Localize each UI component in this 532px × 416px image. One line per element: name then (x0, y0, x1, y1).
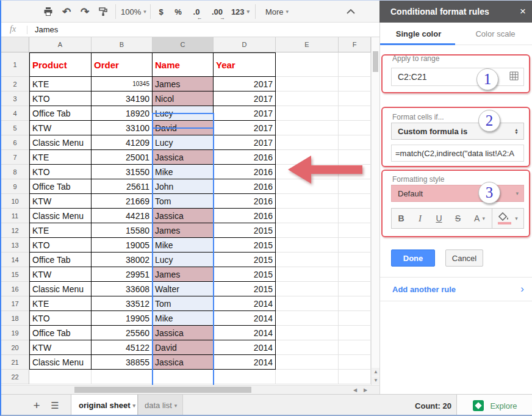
column-header-E[interactable]: E (276, 37, 339, 52)
vertical-scrollbar-thumb[interactable] (373, 51, 378, 72)
cell-F2[interactable] (339, 77, 371, 91)
cell-B21[interactable]: 38855 (92, 355, 153, 370)
cell-D11[interactable]: 2016 (214, 209, 276, 223)
cell-D3[interactable]: 2017 (214, 91, 276, 106)
cell-E8[interactable] (276, 165, 339, 179)
cell-F10[interactable] (339, 194, 371, 209)
cell-D19[interactable]: 2014 (214, 326, 276, 340)
cell-A10[interactable]: KTW (29, 194, 92, 209)
explore-button[interactable]: Explore (456, 395, 532, 416)
cell-F20[interactable] (339, 340, 371, 355)
cell-D10[interactable]: 2016 (214, 194, 276, 209)
done-button[interactable]: Done (391, 249, 435, 267)
cell-A22[interactable] (29, 370, 92, 384)
row-header-15[interactable]: 15 (1, 267, 29, 282)
scroll-left-button[interactable]: ◀ (350, 386, 360, 394)
cell-F12[interactable] (339, 223, 371, 238)
cell-D14[interactable]: 2015 (214, 253, 276, 267)
cell-E5[interactable] (276, 121, 339, 135)
row-header-14[interactable]: 14 (1, 253, 29, 267)
cell-F19[interactable] (339, 326, 371, 340)
cell-E3[interactable] (276, 91, 339, 106)
cell-D1[interactable]: Year (214, 52, 276, 77)
cell-D6[interactable]: 2017 (214, 135, 276, 150)
cell-D5[interactable]: 2017 (214, 121, 276, 135)
bold-button[interactable]: B (392, 209, 411, 228)
cell-B18[interactable]: 19905 (92, 311, 153, 326)
cell-B15[interactable]: 29951 (92, 267, 153, 282)
horizontal-scrollbar-thumb[interactable] (74, 387, 251, 393)
cell-C10[interactable]: Tom (153, 194, 214, 209)
print-button[interactable] (39, 1, 57, 23)
column-header-A[interactable]: A (29, 37, 92, 52)
cell-D16[interactable]: 2015 (214, 282, 276, 296)
cell-E22[interactable] (276, 370, 339, 384)
paint-format-button[interactable] (94, 1, 112, 23)
row-header-17[interactable]: 17 (1, 296, 29, 311)
cell-B8[interactable]: 31550 (92, 165, 153, 179)
cell-E12[interactable] (276, 223, 339, 238)
cell-A2[interactable]: KTE (29, 77, 92, 91)
cell-D2[interactable]: 2017 (214, 77, 276, 91)
cell-F15[interactable] (339, 267, 371, 282)
row-header-4[interactable]: 4 (1, 106, 29, 121)
cell-A1[interactable]: Product (29, 52, 92, 77)
cell-F11[interactable] (339, 209, 371, 223)
row-header-10[interactable]: 10 (1, 194, 29, 209)
scroll-down-button[interactable]: ▼ (372, 376, 380, 384)
cell-A16[interactable]: Classic Menu (29, 282, 92, 296)
cell-C18[interactable]: Mike (153, 311, 214, 326)
cell-E15[interactable] (276, 267, 339, 282)
cell-C19[interactable]: Jassica (153, 326, 214, 340)
cell-C13[interactable]: Mike (153, 238, 214, 253)
cell-A21[interactable]: Classic Menu (29, 355, 92, 370)
cell-A3[interactable]: KTO (29, 91, 92, 106)
add-another-rule-link[interactable]: Add another rule › (380, 277, 532, 301)
row-header-13[interactable]: 13 (1, 238, 29, 253)
cell-A9[interactable]: Office Tab (29, 179, 92, 194)
cell-F1[interactable] (339, 52, 371, 77)
cell-E9[interactable] (276, 179, 339, 194)
row-header-3[interactable]: 3 (1, 91, 29, 106)
cell-B4[interactable]: 18920 (92, 106, 153, 121)
cell-B17[interactable]: 33512 (92, 296, 153, 311)
row-header-21[interactable]: 21 (1, 355, 29, 370)
sheet-tab-data-list[interactable]: data list ▾ (138, 395, 183, 416)
sheet-tab-original-sheet[interactable]: original sheet ▾ (71, 395, 138, 416)
cell-E10[interactable] (276, 194, 339, 209)
cell-A17[interactable]: KTE (29, 296, 92, 311)
row-header-19[interactable]: 19 (1, 326, 29, 340)
cell-A20[interactable]: KTW (29, 340, 92, 355)
cell-A8[interactable]: KTO (29, 165, 92, 179)
increase-decimal-button[interactable]: .00→ (206, 1, 228, 23)
cell-D20[interactable]: 2014 (214, 340, 276, 355)
number-format-menu[interactable]: 123▾ (228, 1, 253, 23)
cell-B5[interactable]: 33100 (92, 121, 153, 135)
cancel-button[interactable]: Cancel (445, 249, 483, 267)
cell-B9[interactable]: 25611 (92, 179, 153, 194)
scroll-up-button[interactable]: ▲ (372, 368, 380, 376)
cell-C6[interactable]: Lucy (153, 135, 214, 150)
cell-E17[interactable] (276, 296, 339, 311)
cell-C20[interactable]: David (153, 340, 214, 355)
cell-B22[interactable] (92, 370, 153, 384)
cell-E20[interactable] (276, 340, 339, 355)
cell-C14[interactable]: Lucy (153, 253, 214, 267)
row-header-12[interactable]: 12 (1, 223, 29, 238)
cell-F7[interactable] (339, 150, 371, 165)
cell-C8[interactable]: Mike (153, 165, 214, 179)
cell-B7[interactable]: 25001 (92, 150, 153, 165)
cell-C11[interactable]: Jassica (153, 209, 214, 223)
format-percent-button[interactable]: % (170, 1, 187, 23)
cell-D8[interactable]: 2016 (214, 165, 276, 179)
cell-B19[interactable]: 25560 (92, 326, 153, 340)
vertical-scrollbar[interactable]: ▲ ▼ (371, 37, 379, 385)
tab-color-scale[interactable]: Color scale (457, 23, 532, 45)
cell-A14[interactable]: Office Tab (29, 253, 92, 267)
cell-A6[interactable]: Classic Menu (29, 135, 92, 150)
cell-E21[interactable] (276, 355, 339, 370)
cell-C12[interactable]: James (153, 223, 214, 238)
format-currency-button[interactable]: $ (153, 1, 170, 23)
cell-D9[interactable]: 2016 (214, 179, 276, 194)
more-menu[interactable]: More▾ (260, 1, 294, 23)
